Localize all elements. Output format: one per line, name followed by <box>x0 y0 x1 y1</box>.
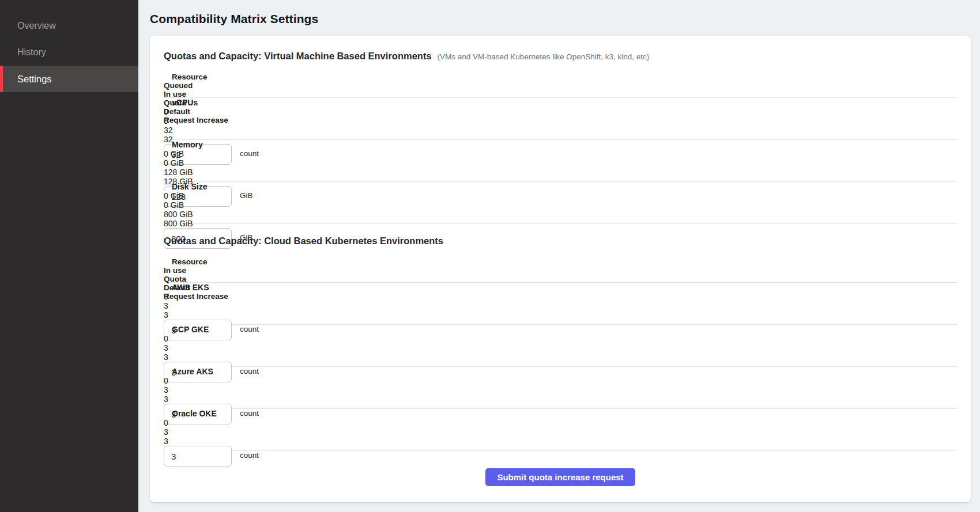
resource-cell: Memory <box>164 140 957 149</box>
resource-cell: Oracle OKE <box>164 409 957 418</box>
table-row: Azure AKS033count <box>164 367 957 409</box>
table-header-row: ResourceIn useQuotaDefaultRequest Increa… <box>164 257 957 283</box>
unit-label: GiB <box>240 233 253 242</box>
app-root: OverviewHistorySettings Compatibility Ma… <box>0 0 980 512</box>
unit-label: count <box>240 325 259 333</box>
request-increase-cell: count <box>164 446 957 467</box>
unit-label: count <box>240 367 259 376</box>
value-cell: 0 GiB <box>164 200 957 210</box>
resource-cell: vCPUs <box>164 98 957 107</box>
value-cell: 800 GiB <box>164 210 957 219</box>
column-header: In use <box>164 266 957 275</box>
request-increase-input[interactable] <box>164 446 232 467</box>
value-cell: 3 <box>164 301 957 310</box>
value-cell: 3 <box>164 343 957 352</box>
unit-label: count <box>240 409 259 418</box>
quota-table: ResourceIn useQuotaDefaultRequest Increa… <box>164 257 957 451</box>
value-cell: 32 <box>164 126 957 135</box>
table-row: vCPUs003232count <box>164 98 957 140</box>
value-cell: 800 GiB <box>164 219 957 228</box>
quota-section-0: Quotas and Capacity: Virtual Machine Bas… <box>164 51 957 224</box>
quota-table: ResourceQueuedIn useQuotaDefaultRequest … <box>164 73 957 224</box>
table-row: Disk Size0 GiB0 GiB800 GiB800 GiBGiB <box>164 182 957 224</box>
section-title-row: Quotas and Capacity: Virtual Machine Bas… <box>164 51 957 68</box>
unit-label: count <box>240 451 259 460</box>
sidebar-item-history[interactable]: History <box>0 39 138 66</box>
value-cell: 0 GiB <box>164 149 957 158</box>
sidebar-item-label: Overview <box>17 21 56 31</box>
column-header: In use <box>164 90 957 98</box>
resource-cell: GCP GKE <box>164 325 957 334</box>
value-cell: 0 <box>164 418 957 427</box>
value-cell: 128 GiB <box>164 168 957 177</box>
column-header: Resource <box>164 257 957 266</box>
value-cell: 0 <box>164 116 957 126</box>
table-row: Memory0 GiB0 GiB128 GiB128 GiBGiB <box>164 140 957 182</box>
value-cell: 0 GiB <box>164 191 957 200</box>
active-indicator <box>0 66 3 92</box>
sidebar-item-settings[interactable]: Settings <box>0 66 138 92</box>
section-title: Quotas and Capacity: Cloud Based Kuberne… <box>164 236 443 246</box>
column-header: Queued <box>164 81 957 90</box>
resource-cell: Azure AKS <box>164 367 957 376</box>
resource-cell: AWS EKS <box>164 283 957 292</box>
section-title: Quotas and Capacity: Virtual Machine Bas… <box>164 51 432 62</box>
value-cell: 3 <box>164 352 957 362</box>
table-row: Oracle OKE033count <box>164 409 957 451</box>
unit-label: count <box>240 149 259 158</box>
sidebar-items: OverviewHistorySettings <box>0 13 138 92</box>
submit-quota-button[interactable]: Submit quota increase request <box>485 468 635 486</box>
quota-section-1: Quotas and Capacity: Cloud Based Kuberne… <box>164 236 957 451</box>
quota-sections: Quotas and Capacity: Virtual Machine Bas… <box>164 51 957 451</box>
value-cell: 0 <box>164 292 957 301</box>
value-cell: 0 <box>164 107 957 116</box>
value-cell: 0 <box>164 376 957 385</box>
sidebar-item-label: History <box>17 47 46 58</box>
sidebar-item-label: Settings <box>17 74 52 85</box>
column-header: Resource <box>164 73 957 81</box>
settings-card: Quotas and Capacity: Virtual Machine Bas… <box>150 36 971 502</box>
table-header-row: ResourceQueuedIn useQuotaDefaultRequest … <box>164 73 957 98</box>
unit-label: GiB <box>240 191 253 200</box>
page-title: Compatibility Matrix Settings <box>150 12 971 26</box>
main-content: Compatibility Matrix Settings Quotas and… <box>138 0 980 512</box>
resource-cell: Disk Size <box>164 182 957 191</box>
table-row: AWS EKS033count <box>164 283 957 325</box>
table-row: GCP GKE033count <box>164 325 957 367</box>
value-cell: 3 <box>164 395 957 404</box>
value-cell: 0 <box>164 334 957 343</box>
value-cell: 0 GiB <box>164 158 957 168</box>
section-subtitle: (VMs and VM-based Kubernetes like OpenSh… <box>438 52 650 61</box>
value-cell: 3 <box>164 385 957 395</box>
value-cell: 3 <box>164 427 957 437</box>
sidebar: OverviewHistorySettings <box>0 0 138 512</box>
column-header: Quota <box>164 275 957 283</box>
value-cell: 3 <box>164 437 957 446</box>
sidebar-item-overview[interactable]: Overview <box>0 13 138 39</box>
value-cell: 3 <box>164 310 957 320</box>
